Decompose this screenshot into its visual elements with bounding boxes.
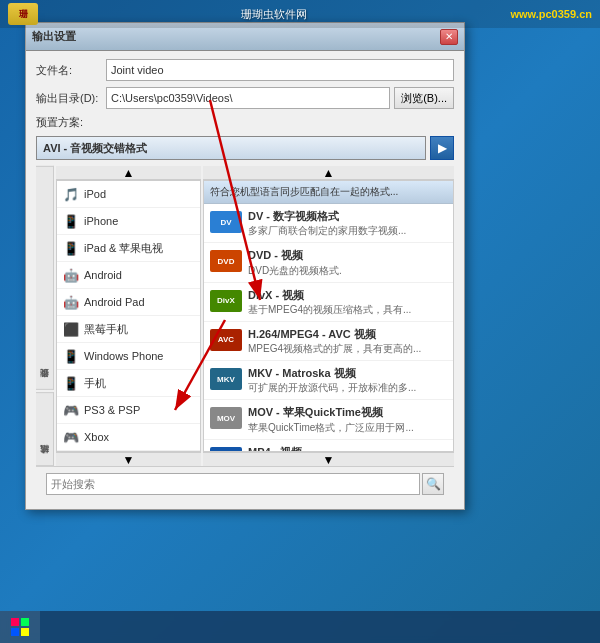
device-item-ps3psp[interactable]: 🎮 PS3 & PSP bbox=[57, 397, 200, 424]
device-label-blackberry: 黑莓手机 bbox=[84, 322, 128, 337]
dir-row: 输出目录(D): 浏览(B)... bbox=[36, 87, 454, 109]
device-item-iphone[interactable]: 📱 iPhone bbox=[57, 208, 200, 235]
device-icon-ps3psp: 🎮 bbox=[63, 402, 79, 418]
close-button[interactable]: ✕ bbox=[440, 29, 458, 45]
watermark-url: www.pc0359.cn bbox=[510, 8, 592, 20]
format-scroll-down[interactable]: ▼ bbox=[203, 452, 454, 466]
format-header: 符合您机型语言同步匹配自在一起的格式... bbox=[204, 181, 453, 204]
watermark-site: 珊瑚虫软件网 bbox=[241, 7, 307, 22]
format-item-mp4[interactable]: MP4 MP4 - 视频 从网络广播、视频通信制定的压缩... bbox=[204, 440, 453, 452]
format-desc-h264: MPEG4视频格式的扩展，具有更高的... bbox=[248, 342, 447, 355]
format-text-dv: DV - 数字视频格式 多家厂商联合制定的家用数字视频... bbox=[248, 209, 447, 237]
svg-rect-7 bbox=[21, 628, 29, 636]
format-badge-dvd: DVD bbox=[210, 250, 242, 272]
format-desc-dv: 多家厂商联合制定的家用数字视频... bbox=[248, 224, 447, 237]
format-badge-mov: MOV bbox=[210, 407, 242, 429]
left-labels: 设备类别 输出格式 bbox=[36, 166, 54, 466]
device-label-ipod: iPod bbox=[84, 188, 106, 200]
format-badge-h264: AVC bbox=[210, 329, 242, 351]
device-icon-windows-phone: 📱 bbox=[63, 348, 79, 364]
device-label-ps3psp: PS3 & PSP bbox=[84, 404, 140, 416]
format-item-mkv[interactable]: MKV MKV - Matroska 视频 可扩展的开放源代码，开放标准的多..… bbox=[204, 361, 453, 400]
format-text-mp4: MP4 - 视频 从网络广播、视频通信制定的压缩... bbox=[248, 445, 447, 452]
device-icon-android-pad: 🤖 bbox=[63, 294, 79, 310]
format-combo[interactable]: AVI - 音视频交错格式 bbox=[36, 136, 426, 160]
format-item-dvd[interactable]: DVD DVD - 视频 DVD光盘的视频格式. bbox=[204, 243, 453, 282]
browse-button[interactable]: 浏览(B)... bbox=[394, 87, 454, 109]
watermark-bar: 珊 珊瑚虫软件网 www.pc0359.cn bbox=[0, 0, 600, 28]
device-item-xbox[interactable]: 🎮 Xbox bbox=[57, 424, 200, 451]
svg-rect-6 bbox=[11, 628, 19, 636]
device-icon-iphone: 📱 bbox=[63, 213, 79, 229]
output-format-label: 输出格式 bbox=[36, 392, 54, 466]
main-dialog: 输出设置 ✕ 文件名: 输出目录(D): 浏览(B)... 预置方案: AVI … bbox=[25, 22, 465, 510]
device-scroll-down[interactable]: ▼ bbox=[56, 452, 201, 466]
format-name-dv: DV - 数字视频格式 bbox=[248, 209, 447, 223]
device-icon-android: 🤖 bbox=[63, 267, 79, 283]
device-item-android[interactable]: 🤖 Android bbox=[57, 262, 200, 289]
format-text-mov: MOV - 苹果QuickTime视频 苹果QuickTime格式，广泛应用于网… bbox=[248, 405, 447, 433]
device-item-ipad[interactable]: 📱 iPad & 苹果电视 bbox=[57, 235, 200, 262]
device-item-android-pad[interactable]: 🤖 Android Pad bbox=[57, 289, 200, 316]
format-item-divx[interactable]: DivX DivX - 视频 基于MPEG4的视频压缩格式，具有... bbox=[204, 283, 453, 322]
device-scroll-up[interactable]: ▲ bbox=[56, 166, 201, 180]
format-badge-mkv: MKV bbox=[210, 368, 242, 390]
device-icon-blackberry: ⬛ bbox=[63, 321, 79, 337]
format-item-dv[interactable]: DV DV - 数字视频格式 多家厂商联合制定的家用数字视频... bbox=[204, 204, 453, 243]
search-icon: 🔍 bbox=[426, 477, 441, 491]
format-badge-divx: DivX bbox=[210, 290, 242, 312]
format-text-divx: DivX - 视频 基于MPEG4的视频压缩格式，具有... bbox=[248, 288, 447, 316]
device-list: 🎵 iPod 📱 iPhone 📱 iPad & 苹果电视 🤖 Android … bbox=[56, 180, 201, 452]
taskbar bbox=[0, 611, 600, 643]
device-label-windows-phone: Windows Phone bbox=[84, 350, 164, 362]
format-name-divx: DivX - 视频 bbox=[248, 288, 447, 302]
dialog-body: 文件名: 输出目录(D): 浏览(B)... 预置方案: AVI - 音视频交错… bbox=[26, 51, 464, 509]
preset-row: 预置方案: bbox=[36, 115, 454, 130]
device-icon-xbox: 🎮 bbox=[63, 429, 79, 445]
device-category-label: 设备类别 bbox=[36, 166, 54, 390]
filename-input[interactable] bbox=[106, 59, 454, 81]
format-desc-divx: 基于MPEG4的视频压缩格式，具有... bbox=[248, 303, 447, 316]
preset-label: 预置方案: bbox=[36, 115, 106, 130]
dialog-bottom: 🔍 bbox=[36, 466, 454, 501]
format-item-mov[interactable]: MOV MOV - 苹果QuickTime视频 苹果QuickTime格式，广泛… bbox=[204, 400, 453, 439]
format-text-h264: H.264/MPEG4 - AVC 视频 MPEG4视频格式的扩展，具有更高的.… bbox=[248, 327, 447, 355]
device-label-iphone: iPhone bbox=[84, 215, 118, 227]
format-text-mkv: MKV - Matroska 视频 可扩展的开放源代码，开放标准的多... bbox=[248, 366, 447, 394]
format-desc-mov: 苹果QuickTime格式，广泛应用于网... bbox=[248, 421, 447, 434]
device-item-ipod[interactable]: 🎵 iPod bbox=[57, 181, 200, 208]
format-list: 符合您机型语言同步匹配自在一起的格式... DV DV - 数字视频格式 多家厂… bbox=[203, 180, 454, 452]
format-desc-mkv: 可扩展的开放源代码，开放标准的多... bbox=[248, 381, 447, 394]
search-input[interactable] bbox=[46, 473, 420, 495]
arrow-icon: ▶ bbox=[438, 141, 447, 155]
format-name-h264: H.264/MPEG4 - AVC 视频 bbox=[248, 327, 447, 341]
start-button[interactable] bbox=[0, 611, 40, 643]
format-combo-button[interactable]: ▶ bbox=[430, 136, 454, 160]
search-button[interactable]: 🔍 bbox=[422, 473, 444, 495]
format-name-dvd: DVD - 视频 bbox=[248, 248, 447, 262]
device-icon-ipod: 🎵 bbox=[63, 186, 79, 202]
format-area: AVI - 音视频交错格式 ▶ bbox=[36, 136, 454, 160]
svg-rect-5 bbox=[21, 618, 29, 626]
device-label-xbox: Xbox bbox=[84, 431, 109, 443]
dir-input[interactable] bbox=[106, 87, 390, 109]
device-panel: ▲ 🎵 iPod 📱 iPhone 📱 iPad & 苹果电视 🤖 Androi… bbox=[56, 166, 201, 466]
device-label-android: Android bbox=[84, 269, 122, 281]
svg-rect-4 bbox=[11, 618, 19, 626]
format-panel: ▲ 符合您机型语言同步匹配自在一起的格式... DV DV - 数字视频格式 多… bbox=[203, 166, 454, 466]
device-item-phone[interactable]: 📱 手机 bbox=[57, 370, 200, 397]
device-icon-phone: 📱 bbox=[63, 375, 79, 391]
format-badge-dv: DV bbox=[210, 211, 242, 233]
filename-row: 文件名: bbox=[36, 59, 454, 81]
windows-logo-icon bbox=[11, 618, 29, 636]
dir-label: 输出目录(D): bbox=[36, 91, 106, 106]
device-item-blackberry[interactable]: ⬛ 黑莓手机 bbox=[57, 316, 200, 343]
format-scroll-up[interactable]: ▲ bbox=[203, 166, 454, 180]
panel-container: 设备类别 输出格式 ▲ 🎵 iPod 📱 iPhone 📱 iPad & 苹果电… bbox=[36, 166, 454, 466]
filename-label: 文件名: bbox=[36, 63, 106, 78]
device-label-android-pad: Android Pad bbox=[84, 296, 145, 308]
dialog-title: 输出设置 bbox=[32, 29, 76, 44]
device-item-windows-phone[interactable]: 📱 Windows Phone bbox=[57, 343, 200, 370]
format-name-mov: MOV - 苹果QuickTime视频 bbox=[248, 405, 447, 419]
format-item-h264[interactable]: AVC H.264/MPEG4 - AVC 视频 MPEG4视频格式的扩展，具有… bbox=[204, 322, 453, 361]
